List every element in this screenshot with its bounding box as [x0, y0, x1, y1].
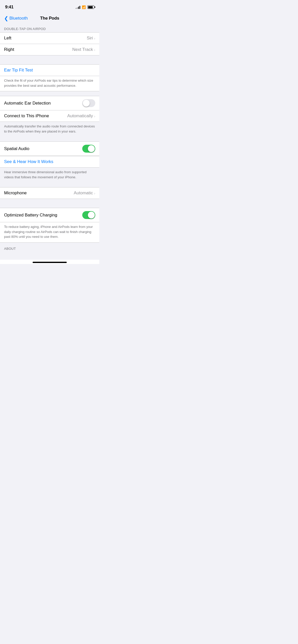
spatial-audio-group: Spatial Audio See & Hear How It Works — [0, 141, 99, 168]
connect-to-iphone-value: Automatically › — [67, 113, 95, 119]
status-icons: 📶 — [76, 5, 94, 9]
battery-icon — [87, 5, 94, 9]
connect-to-iphone-row[interactable]: Connect to This iPhone Automatically › — [0, 110, 99, 122]
spacer-3 — [0, 137, 99, 141]
spacer-5 — [0, 199, 99, 208]
left-chevron-icon: › — [94, 36, 95, 40]
wifi-icon: 📶 — [82, 5, 86, 9]
microphone-group: Microphone Automatic › — [0, 187, 99, 199]
status-time: 9:41 — [5, 5, 13, 10]
left-double-tap-row[interactable]: Left Siri › — [0, 33, 99, 44]
double-tap-section-header: DOUBLE-TAP ON AIRPOD — [0, 25, 99, 32]
auto-transfer-description: Automatically transfer the audio route f… — [0, 122, 99, 137]
detection-group: Automatic Ear Detection Connect to This … — [0, 96, 99, 122]
spacer-4 — [0, 183, 99, 187]
left-value-text: Siri — [87, 36, 93, 41]
back-chevron-icon: ❮ — [4, 16, 8, 21]
status-bar: 9:41 📶 — [0, 0, 99, 13]
left-value: Siri › — [87, 36, 95, 41]
automatic-ear-detection-row: Automatic Ear Detection — [0, 96, 99, 110]
right-value-text: Next Track — [72, 47, 93, 52]
optimized-battery-group: Optimized Battery Charging To reduce bat… — [0, 208, 99, 243]
optimized-battery-description: To reduce battery aging, iPhone and AirP… — [0, 222, 99, 242]
left-label: Left — [4, 36, 11, 41]
right-double-tap-row[interactable]: Right Next Track › — [0, 44, 99, 55]
connect-to-iphone-label: Connect to This iPhone — [4, 113, 49, 119]
connect-to-iphone-chevron-icon: › — [94, 114, 95, 118]
microphone-label: Microphone — [4, 191, 27, 196]
microphone-row[interactable]: Microphone Automatic › — [0, 187, 99, 199]
optimized-battery-toggle[interactable] — [82, 211, 95, 219]
right-chevron-icon: › — [94, 48, 95, 52]
page-title: The Pods — [40, 16, 59, 21]
spatial-audio-toggle[interactable] — [82, 145, 95, 153]
spacer-1 — [0, 55, 99, 64]
automatic-ear-detection-label: Automatic Ear Detection — [4, 101, 51, 106]
toggle-knob — [83, 100, 90, 107]
microphone-chevron-icon: › — [94, 191, 95, 195]
home-bar — [33, 262, 67, 263]
home-indicator — [0, 260, 99, 264]
spatial-audio-row: Spatial Audio — [0, 142, 99, 156]
nav-header: ❮ Bluetooth The Pods — [0, 13, 99, 25]
microphone-value: Automatic › — [74, 191, 95, 196]
see-hear-label: See & Hear How It Works — [4, 159, 53, 164]
optimized-battery-label: Optimized Battery Charging — [4, 213, 57, 218]
right-label: Right — [4, 47, 14, 52]
microphone-value-text: Automatic — [74, 191, 93, 196]
about-section-header: ABOUT — [0, 245, 99, 252]
optimized-battery-row: Optimized Battery Charging — [0, 208, 99, 222]
optimized-battery-toggle-knob — [88, 212, 95, 218]
spatial-audio-label: Spatial Audio — [4, 146, 29, 151]
ear-tip-fit-test-button[interactable]: Ear Tip Fit Test — [0, 65, 99, 76]
spatial-audio-toggle-knob — [88, 145, 95, 152]
signal-bars-icon — [76, 5, 80, 9]
double-tap-group: Left Siri › Right Next Track › — [0, 32, 99, 55]
spacer-2 — [0, 91, 99, 96]
right-value: Next Track › — [72, 47, 95, 52]
see-hear-how-it-works-button[interactable]: See & Hear How It Works — [0, 156, 99, 167]
ear-tip-label: Ear Tip Fit Test — [4, 68, 33, 73]
ear-tip-description: Check the fit of your AirPods ear tips t… — [0, 76, 99, 91]
automatic-ear-detection-toggle[interactable] — [82, 99, 95, 107]
ear-tip-group: Ear Tip Fit Test Check the fit of your A… — [0, 64, 99, 91]
back-label: Bluetooth — [9, 16, 28, 21]
connect-to-iphone-value-text: Automatically — [67, 113, 93, 119]
spatial-audio-description: Hear immersive three dimensional audio f… — [0, 168, 99, 183]
back-button[interactable]: ❮ Bluetooth — [4, 16, 28, 21]
